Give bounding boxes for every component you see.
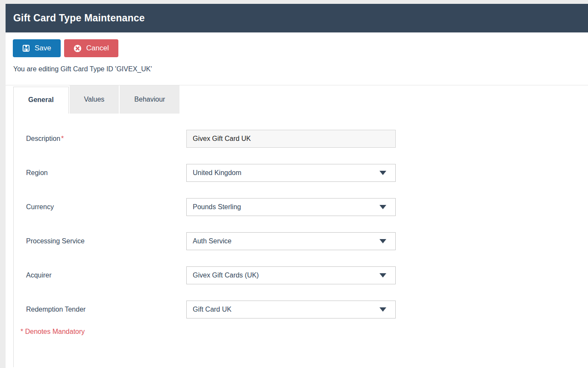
tab-behaviour[interactable]: Behaviour [120,85,179,114]
form-row-processing-service: Processing Service Auth Service [21,232,588,250]
required-asterisk: * [61,135,64,142]
tabs-module: General Values Behaviour Description* Re… [6,85,588,367]
form-row-description: Description* [21,130,588,148]
acquirer-label: Acquirer [26,272,186,279]
page-title-bar: Gift Card Type Maintenance [6,4,588,32]
currency-select-value: Pounds Sterling [193,203,379,211]
acquirer-select[interactable]: Givex Gift Cards (UK) [186,266,396,284]
tab-row: General Values Behaviour [6,85,588,114]
region-select[interactable]: United Kingdom [186,164,396,182]
acquirer-select-value: Givex Gift Cards (UK) [193,272,379,279]
content-panel: Gift Card Type Maintenance Save [6,4,588,368]
form-row-redemption-tender: Redemption Tender Gift Card UK [21,301,588,318]
circle-x-icon [74,44,82,53]
chevron-down-caret-icon [379,171,386,175]
region-label: Region [26,169,186,177]
redemption-tender-label: Redemption Tender [26,306,186,313]
processing-service-select[interactable]: Auth Service [186,232,396,250]
form-row-acquirer: Acquirer Givex Gift Cards (UK) [21,266,588,284]
form-row-currency: Currency Pounds Sterling [21,198,588,216]
toolbar: Save Cancel [13,39,588,57]
description-label: Description* [26,135,186,143]
description-label-text: Description [26,135,60,142]
cancel-button-label: Cancel [86,44,109,53]
processing-service-select-value: Auth Service [193,237,379,245]
save-button-label: Save [35,44,51,53]
tab-general[interactable]: General [13,87,69,114]
description-input[interactable] [186,130,396,148]
chevron-down-caret-icon [379,307,386,312]
processing-service-label: Processing Service [26,237,186,245]
page-title: Gift Card Type Maintenance [13,12,145,24]
currency-label: Currency [26,203,186,211]
editing-notice: You are editing Gift Card Type ID 'GIVEX… [13,65,588,73]
form-row-region: Region United Kingdom [21,164,588,182]
tab-values[interactable]: Values [70,85,119,114]
panel-body: Save Cancel You are editing Gift Card Ty… [6,32,588,367]
region-select-value: United Kingdom [193,169,379,177]
redemption-tender-select-value: Gift Card UK [193,306,379,313]
save-icon [22,44,30,52]
tab-panel-general: Description* Region United Kingdom Curre… [13,114,588,367]
chevron-down-caret-icon [379,239,386,243]
mandatory-note: * Denotes Mandatory [21,328,588,336]
save-button[interactable]: Save [13,39,61,57]
chevron-down-caret-icon [379,205,386,209]
redemption-tender-select[interactable]: Gift Card UK [186,301,396,318]
cancel-button[interactable]: Cancel [64,39,118,57]
currency-select[interactable]: Pounds Sterling [186,198,396,216]
chevron-down-caret-icon [379,273,386,277]
